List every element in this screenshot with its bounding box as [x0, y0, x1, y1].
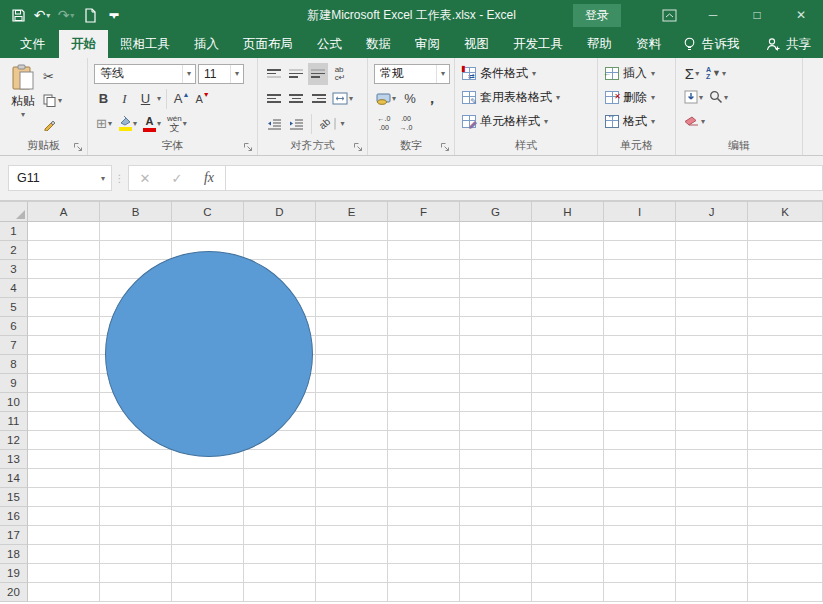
format-painter-button[interactable] — [43, 114, 62, 134]
cell-K3[interactable] — [748, 260, 823, 279]
insert-cells-button[interactable]: ← 插入▾ — [601, 61, 672, 85]
cell-H10[interactable] — [532, 393, 604, 412]
cell-F10[interactable] — [388, 393, 460, 412]
tab-help[interactable]: 帮助 — [575, 30, 624, 58]
cell-K6[interactable] — [748, 317, 823, 336]
cell-I6[interactable] — [604, 317, 676, 336]
cell-G6[interactable] — [460, 317, 532, 336]
row-header-13[interactable]: 13 — [0, 450, 28, 469]
cell-J2[interactable] — [676, 241, 748, 260]
row-header-4[interactable]: 4 — [0, 279, 28, 298]
row-header-9[interactable]: 9 — [0, 374, 28, 393]
cell-K4[interactable] — [748, 279, 823, 298]
tab-file[interactable]: 文件 — [6, 30, 59, 58]
cell-D1[interactable] — [244, 222, 316, 241]
row-header-7[interactable]: 7 — [0, 336, 28, 355]
cell-I16[interactable] — [604, 507, 676, 526]
cell-D19[interactable] — [244, 564, 316, 583]
orientation-button[interactable]: ab⟋▾ — [317, 113, 347, 135]
format-cells-button[interactable]: ↔ 格式▾ — [601, 109, 672, 133]
cell-D14[interactable] — [244, 469, 316, 488]
cell-K5[interactable] — [748, 298, 823, 317]
comma-style-button[interactable]: ， — [422, 88, 442, 110]
column-header-J[interactable]: J — [676, 202, 748, 222]
cell-B1[interactable] — [100, 222, 172, 241]
fill-color-button[interactable]: ▾ — [116, 113, 139, 135]
column-header-K[interactable]: K — [748, 202, 823, 222]
format-as-table-button[interactable]: ✎ 套用表格格式▾ — [458, 85, 594, 109]
cell-F4[interactable] — [388, 279, 460, 298]
cell-K12[interactable] — [748, 431, 823, 450]
tab-data[interactable]: 数据 — [354, 30, 403, 58]
cell-J8[interactable] — [676, 355, 748, 374]
cell-I3[interactable] — [604, 260, 676, 279]
cell-J16[interactable] — [676, 507, 748, 526]
cell-H16[interactable] — [532, 507, 604, 526]
bold-button[interactable]: B — [94, 88, 113, 109]
delete-cells-button[interactable]: ✕ 删除▾ — [601, 85, 672, 109]
close-button[interactable]: ✕ — [779, 0, 823, 30]
tab-review[interactable]: 审阅 — [403, 30, 452, 58]
cell-F15[interactable] — [388, 488, 460, 507]
cell-E12[interactable] — [316, 431, 388, 450]
cut-button[interactable]: ✂ — [43, 66, 62, 86]
cell-E2[interactable] — [316, 241, 388, 260]
customize-qat-icon[interactable]: ▬▾ — [104, 4, 124, 26]
save-icon[interactable] — [8, 4, 28, 26]
cell-K8[interactable] — [748, 355, 823, 374]
cell-E4[interactable] — [316, 279, 388, 298]
top-align-button[interactable] — [264, 63, 284, 85]
decrease-decimal-button[interactable]: .00→.0 — [396, 113, 416, 135]
borders-button[interactable]: ⊞▾ — [94, 113, 114, 135]
cell-E7[interactable] — [316, 336, 388, 355]
cell-J10[interactable] — [676, 393, 748, 412]
cell-I12[interactable] — [604, 431, 676, 450]
cancel-entry-icon[interactable]: ✕ — [129, 171, 161, 186]
cell-G19[interactable] — [460, 564, 532, 583]
cell-H11[interactable] — [532, 412, 604, 431]
column-header-G[interactable]: G — [460, 202, 532, 222]
cell-K13[interactable] — [748, 450, 823, 469]
cell-D20[interactable] — [244, 583, 316, 602]
cell-G13[interactable] — [460, 450, 532, 469]
font-dialog-launcher-icon[interactable] — [243, 142, 254, 153]
row-header-16[interactable]: 16 — [0, 507, 28, 526]
wrap-text-button[interactable]: abc↵ — [330, 63, 350, 85]
cell-A2[interactable] — [28, 241, 100, 260]
cell-A18[interactable] — [28, 545, 100, 564]
tab-page-layout[interactable]: 页面布局 — [231, 30, 305, 58]
cell-E17[interactable] — [316, 526, 388, 545]
tell-me-box[interactable]: 告诉我 — [673, 30, 750, 58]
cell-F9[interactable] — [388, 374, 460, 393]
cell-F17[interactable] — [388, 526, 460, 545]
cell-G18[interactable] — [460, 545, 532, 564]
cell-C20[interactable] — [172, 583, 244, 602]
cell-A16[interactable] — [28, 507, 100, 526]
cell-B18[interactable] — [100, 545, 172, 564]
number-format-combo[interactable]: 常规▾ — [374, 64, 450, 84]
cell-K14[interactable] — [748, 469, 823, 488]
find-select-button[interactable]: ▾ — [707, 86, 730, 108]
cell-G4[interactable] — [460, 279, 532, 298]
cell-B2[interactable] — [100, 241, 172, 260]
ribbon-display-options-icon[interactable] — [647, 0, 691, 30]
row-header-1[interactable]: 1 — [0, 222, 28, 241]
column-header-E[interactable]: E — [316, 202, 388, 222]
cell-H12[interactable] — [532, 431, 604, 450]
cell-I5[interactable] — [604, 298, 676, 317]
paste-dropdown-caret[interactable]: ▾ — [21, 110, 25, 119]
column-header-D[interactable]: D — [244, 202, 316, 222]
column-header-F[interactable]: F — [388, 202, 460, 222]
cell-B14[interactable] — [100, 469, 172, 488]
underline-button[interactable]: U — [136, 88, 155, 109]
cell-I7[interactable] — [604, 336, 676, 355]
column-header-B[interactable]: B — [100, 202, 172, 222]
cell-F18[interactable] — [388, 545, 460, 564]
cell-J19[interactable] — [676, 564, 748, 583]
cell-C15[interactable] — [172, 488, 244, 507]
increase-font-button[interactable]: A▲ — [172, 88, 191, 109]
share-button[interactable]: 共享 — [754, 30, 823, 58]
row-header-6[interactable]: 6 — [0, 317, 28, 336]
cell-I9[interactable] — [604, 374, 676, 393]
cell-D15[interactable] — [244, 488, 316, 507]
